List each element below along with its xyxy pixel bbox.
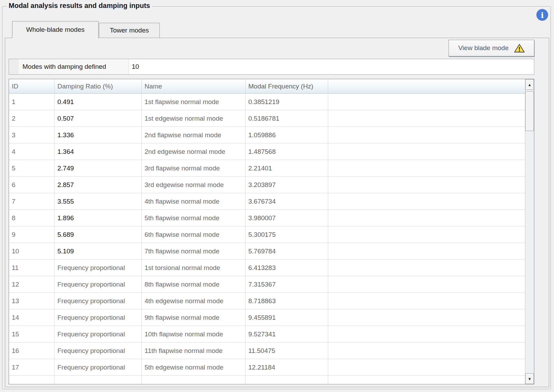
table-row: 73.5554th flapwise normal mode3.676734 [9, 193, 525, 210]
cell-damping: Frequency proportional [55, 359, 142, 376]
cell-filler [328, 226, 525, 243]
cell-id: 1 [9, 94, 55, 110]
cell-filler [328, 359, 525, 376]
modes-with-damping-label: Modes with damping defined [18, 59, 129, 74]
cell-freq: 5.769784 [246, 243, 328, 260]
cell-freq: 3.203897 [246, 177, 328, 193]
cell-freq: 5.300175 [246, 226, 328, 243]
cell-filler [328, 243, 525, 260]
cell-freq: 1.059886 [246, 127, 328, 143]
cell-damping[interactable]: 1.336 [55, 127, 142, 143]
cell-name: 4th edgewise normal mode [142, 293, 246, 309]
cell-id: 9 [9, 226, 55, 243]
cell-name: 3rd edgewise normal mode [142, 177, 246, 193]
cell-damping[interactable]: 5.109 [55, 243, 142, 260]
cell-filler [328, 293, 525, 309]
warning-icon [514, 44, 525, 53]
cell-name: 6th flapwise normal mode [142, 226, 246, 243]
view-blade-mode-label: View blade mode [458, 44, 508, 52]
cell-filler [328, 276, 525, 293]
cell-damping: Frequency proportional [55, 326, 142, 343]
tab-whole-blade-modes[interactable]: Whole-blade modes [12, 21, 99, 38]
cell-id: 10 [9, 243, 55, 260]
cell-damping [55, 376, 142, 384]
cell-filler [328, 193, 525, 210]
table-row: 13Frequency proportional4th edgewise nor… [9, 293, 525, 309]
cell-freq: 0.3851219 [246, 94, 328, 110]
cell-damping: Frequency proportional [55, 276, 142, 293]
cell-name: 7th flapwise normal mode [142, 243, 246, 260]
cell-name: 2nd flapwise normal mode [142, 127, 246, 143]
cell-filler [328, 177, 525, 193]
info-icon[interactable]: i [536, 9, 548, 21]
cell-freq: 12.21184 [246, 359, 328, 376]
cell-id: 16 [9, 343, 55, 359]
cell-id: 15 [9, 326, 55, 343]
cell-freq: 7.315367 [246, 276, 328, 293]
cell-filler [328, 343, 525, 359]
table-row: 17Frequency proportional5th edgewise nor… [9, 359, 525, 376]
view-blade-mode-button[interactable]: View blade mode [449, 40, 534, 56]
column-header-damping[interactable]: Damping Ratio (%) [55, 79, 142, 93]
cell-freq: 3.676734 [246, 193, 328, 210]
cell-damping[interactable]: 2.749 [55, 160, 142, 177]
cell-filler [328, 210, 525, 226]
cell-damping: Frequency proportional [55, 343, 142, 359]
cell-name: 11th flapwise normal mode [142, 343, 246, 359]
cell-name [142, 376, 246, 384]
cell-freq: 9.455891 [246, 309, 328, 326]
table-row: 52.7493rd flapwise normal mode2.21401 [9, 160, 525, 177]
modes-with-damping-row: Modes with damping defined 10 [9, 59, 534, 75]
cell-id: 2 [9, 110, 55, 127]
scrollbar-thumb[interactable] [525, 91, 534, 131]
tab-tower-modes[interactable]: Tower modes [99, 23, 160, 38]
cell-name: 8th flapwise normal mode [142, 276, 246, 293]
modes-table-viewport: ID Damping Ratio (%) Name Modal Frequenc… [9, 79, 525, 384]
scroll-up-button[interactable]: ▲ [525, 79, 534, 90]
modes-table: ID Damping Ratio (%) Name Modal Frequenc… [9, 79, 534, 384]
cell-id: 11 [9, 260, 55, 276]
cell-name: 1st flapwise normal mode [142, 94, 246, 110]
cell-freq: 8.718863 [246, 293, 328, 309]
vertical-scrollbar[interactable]: ▲ ▼ [525, 79, 534, 384]
cell-name: 2nd edgewise normal mode [142, 143, 246, 160]
cell-damping[interactable]: 5.689 [55, 226, 142, 243]
cell-id: 3 [9, 127, 55, 143]
cell-damping: Frequency proportional [55, 260, 142, 276]
table-row: 12Frequency proportional8th flapwise nor… [9, 276, 525, 293]
cell-damping[interactable]: 2.857 [55, 177, 142, 193]
cell-freq: 3.980007 [246, 210, 328, 226]
cell-filler [328, 326, 525, 343]
cell-filler [328, 94, 525, 110]
table-row: 16Frequency proportional11th flapwise no… [9, 343, 525, 359]
cell-damping[interactable]: 0.491 [55, 94, 142, 110]
scroll-up-icon: ▲ [528, 83, 532, 87]
cell-damping[interactable]: 0.507 [55, 110, 142, 127]
cell-id: 6 [9, 177, 55, 193]
cell-freq: 6.413283 [246, 260, 328, 276]
column-header-name[interactable]: Name [142, 79, 246, 93]
info-icon-glyph: i [541, 10, 544, 20]
scroll-down-button[interactable]: ▼ [525, 373, 534, 384]
cell-damping[interactable]: 1.896 [55, 210, 142, 226]
cell-id: 17 [9, 359, 55, 376]
scroll-down-icon: ▼ [528, 377, 532, 381]
tab-label: Tower modes [110, 27, 149, 34]
modes-with-damping-input[interactable]: 10 [129, 59, 534, 74]
cell-filler [328, 309, 525, 326]
cell-filler [328, 376, 525, 384]
column-header-id[interactable]: ID [9, 79, 55, 93]
cell-damping: Frequency proportional [55, 293, 142, 309]
column-header-filler [328, 79, 525, 93]
cell-name: 1st torsional normal mode [142, 260, 246, 276]
cell-freq: 2.21401 [246, 160, 328, 177]
table-header-row: ID Damping Ratio (%) Name Modal Frequenc… [9, 79, 525, 94]
cell-id [9, 376, 55, 384]
table-row: 31.3362nd flapwise normal mode1.059886 [9, 127, 525, 143]
column-header-frequency[interactable]: Modal Frequency (Hz) [246, 79, 328, 93]
table-row: 62.8573rd edgewise normal mode3.203897 [9, 177, 525, 193]
cell-damping[interactable]: 3.555 [55, 193, 142, 210]
cell-name: 9th flapwise normal mode [142, 309, 246, 326]
cell-filler [328, 110, 525, 127]
cell-damping[interactable]: 1.364 [55, 143, 142, 160]
